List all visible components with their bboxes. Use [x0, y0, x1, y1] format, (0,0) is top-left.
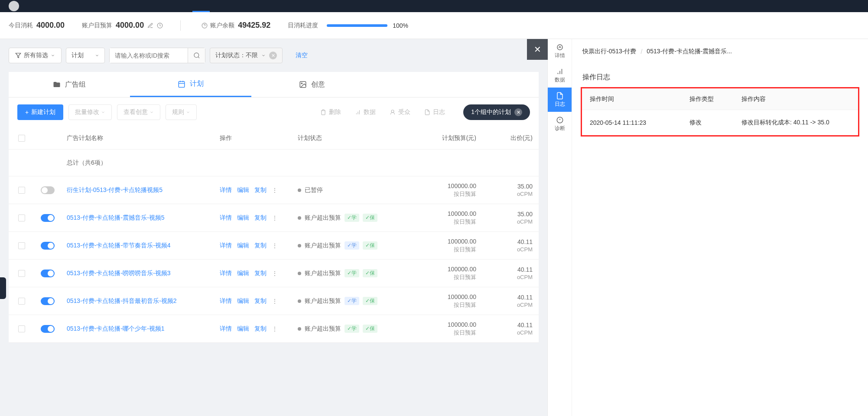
row-toggle[interactable] [41, 242, 55, 250]
edit-link[interactable]: 编辑 [237, 242, 249, 250]
stat-divider [180, 20, 181, 31]
log-action[interactable]: 日志 [424, 108, 445, 116]
row-checkbox[interactable] [18, 298, 25, 305]
status-dot-icon [298, 216, 301, 220]
daily-budget-label: 账户日预算 [82, 22, 112, 29]
status-text: 账户超出预算 [305, 297, 341, 305]
row-toggle[interactable] [41, 214, 55, 222]
more-icon[interactable]: ⋮ [272, 242, 278, 249]
col-action-header: 操作 [214, 127, 292, 149]
table-row: 0513-付费-卡点轮播-带节奏音乐-视频4 详情 编辑 复制 ⋮ 账户超出预算… [9, 232, 539, 260]
edit-budget-icon[interactable] [147, 23, 153, 29]
row-toggle[interactable] [41, 186, 55, 194]
batch-modify-button[interactable]: 批量修改 [68, 104, 112, 120]
edit-link[interactable]: 编辑 [237, 325, 249, 333]
search-input[interactable] [110, 48, 188, 63]
data-action[interactable]: 数据 [355, 108, 376, 116]
row-checkbox[interactable] [18, 242, 25, 249]
plan-name-link[interactable]: 0513-付费-卡点轮播-唠唠唠音乐-视频3 [67, 270, 171, 277]
info-icon[interactable] [202, 23, 208, 29]
row-checkbox[interactable] [18, 325, 25, 332]
close-badge-icon[interactable]: ✕ [514, 108, 522, 116]
detail-link[interactable]: 详情 [220, 325, 232, 333]
tab-adgroup[interactable]: 广告组 [9, 72, 130, 97]
copy-link[interactable]: 复制 [254, 242, 267, 250]
plan-name-link[interactable]: 0513-付费-卡点轮播-哪个少年-视频1 [67, 325, 165, 333]
all-filters-button[interactable]: 所有筛选 [9, 48, 62, 63]
more-icon[interactable]: ⋮ [272, 187, 278, 194]
detail-link[interactable]: 详情 [220, 242, 232, 250]
tag-learn: ✓学 [345, 297, 359, 305]
row-checkbox[interactable] [18, 187, 25, 194]
group-filter-badge[interactable]: 1个组中的计划 ✕ [463, 104, 530, 120]
copy-link[interactable]: 复制 [254, 297, 267, 305]
clear-status-icon[interactable]: ✕ [269, 52, 277, 59]
more-icon[interactable]: ⋮ [272, 270, 278, 277]
audience-action[interactable]: 受众 [390, 108, 410, 116]
copy-link[interactable]: 复制 [254, 186, 267, 194]
bid-value: 40.11 [517, 294, 533, 301]
edit-link[interactable]: 编辑 [237, 186, 249, 194]
select-all-checkbox[interactable] [18, 135, 25, 142]
rules-button[interactable]: 规则 [166, 104, 197, 120]
clear-all-link[interactable]: 清空 [296, 52, 308, 59]
detail-link[interactable]: 详情 [220, 297, 232, 305]
table-header: 广告计划名称 操作 计划状态 计划预算(元) 出价(元) [9, 127, 539, 150]
table-row: 0513-付费-卡点轮播-抖音最初音乐-视频2 详情 编辑 复制 ⋮ 账户超出预… [9, 287, 539, 315]
status-filter-pill[interactable]: 计划状态：不限 ✕ [210, 48, 283, 63]
detail-link[interactable]: 详情 [220, 214, 232, 222]
row-checkbox[interactable] [18, 270, 25, 277]
tab-creative[interactable]: 创意 [251, 72, 373, 97]
copy-link[interactable]: 复制 [254, 270, 267, 277]
more-icon[interactable]: ⋮ [272, 214, 278, 221]
detail-link[interactable]: 详情 [220, 186, 232, 194]
image-icon [299, 81, 307, 88]
plan-name-link[interactable]: 衍生计划-0513-付费-卡点轮播视频5 [67, 186, 163, 194]
status-dot-icon [298, 272, 301, 275]
tag-learn: ✓学 [345, 214, 359, 222]
plan-name-link[interactable]: 0513-付费-卡点轮播-抖音最初音乐-视频2 [67, 297, 177, 305]
left-collapse-handle[interactable] [0, 277, 6, 299]
row-checkbox[interactable] [18, 214, 25, 221]
status-dot-icon [298, 188, 301, 192]
edit-link[interactable]: 编辑 [237, 214, 249, 222]
copy-link[interactable]: 复制 [254, 325, 267, 333]
table-row: 0513-付费-卡点轮播-震撼音乐-视频5 详情 编辑 复制 ⋮ 账户超出预算 … [9, 204, 539, 232]
top-header [0, 0, 868, 12]
side-nav-diagnose[interactable]: 诊断 [548, 112, 572, 136]
edit-link[interactable]: 编辑 [237, 270, 249, 277]
more-icon[interactable]: ⋮ [272, 298, 278, 305]
summary-row: 总计（共6项） [9, 150, 539, 176]
edit-link[interactable]: 编辑 [237, 297, 249, 305]
search-button[interactable] [188, 48, 205, 63]
plan-name-link[interactable]: 0513-付费-卡点轮播-震撼音乐-视频5 [67, 214, 165, 222]
today-spend-label: 今日消耗 [9, 22, 33, 29]
copy-link[interactable]: 复制 [254, 214, 267, 222]
side-nav-log[interactable]: 日志 [548, 88, 572, 112]
delete-action[interactable]: 删除 [320, 108, 341, 116]
side-nav-detail[interactable]: 详情 [548, 39, 572, 63]
log-col-type: 操作类型 [682, 88, 734, 110]
new-plan-button[interactable]: + 新建计划 [17, 104, 63, 120]
side-nav-data[interactable]: 数据 [548, 63, 572, 88]
row-toggle[interactable] [41, 270, 55, 277]
log-col-content: 操作内容 [734, 88, 858, 110]
level-select[interactable]: 计划 [66, 48, 105, 63]
tab-plan[interactable]: 计划 [130, 72, 251, 97]
stat-today-spend: 今日消耗 4000.00 [9, 21, 65, 30]
close-panel-button[interactable]: ✕ [527, 39, 548, 60]
progress-label: 日消耗进度 [288, 22, 318, 29]
view-creative-button[interactable]: 查看创意 [117, 104, 160, 120]
clock-icon[interactable] [157, 23, 163, 29]
more-icon[interactable]: ⋮ [272, 325, 278, 332]
breadcrumb-root[interactable]: 快票出行-0513-付费 [582, 48, 636, 55]
row-toggle[interactable] [41, 297, 55, 305]
budget-value: 100000.00 [448, 293, 476, 300]
plan-name-link[interactable]: 0513-付费-卡点轮播-带节奏音乐-视频4 [67, 242, 171, 250]
budget-value: 100000.00 [448, 182, 476, 189]
tag-learn: ✓学 [345, 325, 359, 333]
budget-type: 按日预算 [454, 218, 476, 226]
row-toggle[interactable] [41, 325, 55, 333]
detail-link[interactable]: 详情 [220, 270, 232, 277]
tag-guarantee: ✓保 [363, 269, 377, 277]
